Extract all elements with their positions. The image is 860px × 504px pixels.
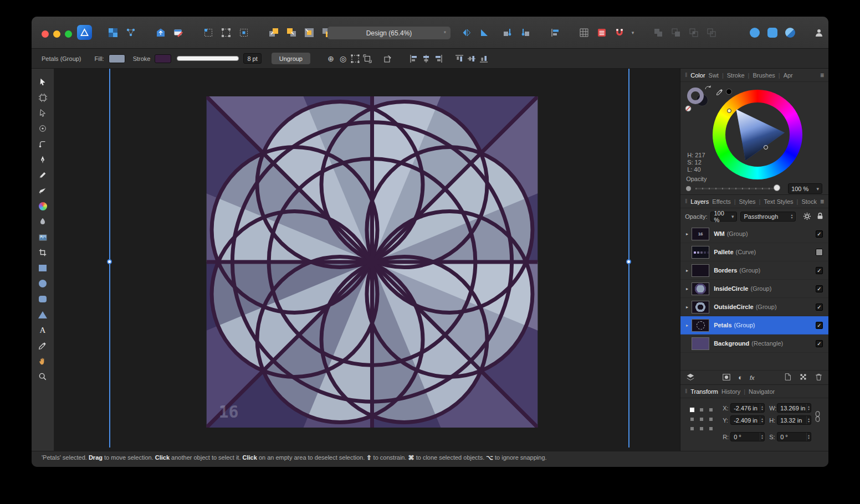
close-window-button[interactable] — [42, 30, 49, 38]
publish-icon[interactable] — [155, 27, 166, 38]
rounded-rectangle-tool[interactable] — [32, 291, 54, 307]
layer-visibility-checkbox[interactable]: ✓ — [816, 285, 823, 292]
layer-row-borders[interactable]: ▸ Borders (Group) ✓ — [680, 261, 828, 280]
tab-text-styles[interactable]: Text Styles — [764, 198, 793, 205]
vector-brush-tool[interactable] — [32, 183, 54, 198]
tab-appearance[interactable]: Apr — [784, 72, 793, 79]
studio-swatches-toggle-icon[interactable] — [767, 27, 778, 38]
opacity-slider[interactable] — [695, 188, 777, 189]
hue-marker[interactable] — [727, 109, 731, 113]
stroke-swatch[interactable] — [155, 54, 171, 63]
picked-color-swatch[interactable] — [726, 89, 732, 95]
artboard-tool[interactable] — [32, 90, 54, 105]
snapping-grid-icon[interactable] — [203, 27, 214, 38]
layer-row-petals-selected[interactable]: ▸ Petals (Group) ✓ — [680, 316, 828, 335]
fill-swatch[interactable] — [109, 54, 125, 63]
place-image-tool[interactable] — [32, 229, 54, 245]
layer-visibility-checkbox[interactable]: ✓ — [816, 304, 823, 311]
pixel-grid-icon[interactable] — [221, 27, 232, 38]
disclosure-icon[interactable]: ▸ — [684, 305, 690, 310]
move-tool[interactable] — [32, 74, 54, 90]
align-middle-icon[interactable] — [465, 53, 478, 65]
tab-swatches[interactable]: Swt — [709, 72, 719, 79]
flip-vertical-icon[interactable] — [479, 27, 490, 38]
document-tab[interactable]: Design (65.4%) * — [327, 27, 451, 39]
point-transform-tool[interactable] — [32, 121, 54, 136]
align-top-icon[interactable] — [453, 53, 465, 65]
color-picker-tool[interactable] — [32, 338, 54, 353]
selection-right-edge[interactable] — [628, 69, 629, 448]
layer-thumbnail[interactable] — [692, 301, 709, 313]
designer-persona-icon[interactable] — [77, 25, 92, 40]
link-dimensions-icon[interactable] — [815, 410, 821, 424]
layer-thumbnail[interactable] — [692, 319, 709, 332]
panel-menu-icon[interactable]: ≡ — [820, 71, 824, 79]
account-icon[interactable] — [813, 27, 825, 38]
ungroup-button[interactable]: Ungroup — [272, 53, 310, 64]
separate-transform-icon[interactable] — [361, 53, 373, 65]
w-input[interactable]: 13.269 in ▴▾ — [777, 403, 811, 413]
opacity-slider-thumb[interactable] — [774, 184, 780, 191]
node-tool[interactable] — [32, 105, 54, 121]
tab-color[interactable]: Color — [690, 72, 705, 79]
minimize-window-button[interactable] — [53, 30, 60, 38]
blend-options-gear-icon[interactable] — [803, 212, 811, 222]
move-backward-icon[interactable] — [520, 27, 531, 38]
blend-mode-dropdown[interactable]: Passthrough ▴▾ — [740, 212, 796, 222]
layer-visibility-checkbox[interactable]: ✓ — [816, 340, 823, 347]
pen-tool[interactable] — [32, 152, 54, 167]
pixel-persona-icon[interactable] — [108, 27, 119, 38]
selection-left-handle[interactable] — [107, 259, 112, 264]
stroke-color-well[interactable] — [687, 88, 704, 104]
tab-stock[interactable]: Stock — [801, 198, 817, 205]
opacity-value-dropdown[interactable]: 100 % ▾ — [788, 183, 822, 194]
layer-row-insidecircle[interactable]: ▸ InsideCircle (Group) ✓ — [680, 280, 828, 298]
layer-row-outsidecircle[interactable]: ▸ OutsideCircle (Group) ✓ — [680, 298, 828, 316]
disclosure-icon[interactable]: ▸ — [684, 286, 690, 291]
canvas-viewport[interactable]: 16 — [54, 69, 680, 451]
edit-document-icon[interactable] — [173, 27, 184, 38]
view-tool[interactable] — [32, 353, 54, 369]
shear-input[interactable]: 0 ° ▴▾ — [777, 432, 811, 441]
tab-layers[interactable]: Layers — [690, 198, 709, 205]
studio-color-toggle-icon[interactable] — [749, 27, 760, 38]
align-left-icon[interactable] — [408, 53, 420, 65]
panel-menu-icon[interactable]: ≡ — [820, 198, 824, 205]
alignment-icon[interactable] — [550, 27, 561, 38]
no-color-icon[interactable] — [685, 105, 692, 113]
stroke-width-slider[interactable] — [177, 56, 239, 61]
transparency-tool[interactable] — [32, 214, 54, 229]
stroke-width-value[interactable]: 8 pt — [243, 53, 261, 64]
align-right-icon[interactable] — [432, 53, 444, 65]
adjustment-layer-icon[interactable]: ◐ — [738, 373, 743, 382]
rotation-center-icon[interactable]: ⊕ — [325, 53, 337, 65]
shape-tool[interactable] — [32, 307, 54, 322]
layer-row-background[interactable]: Background (Rectangle) ✓ — [680, 335, 828, 353]
transform-origin-icon[interactable] — [381, 53, 393, 65]
export-persona-icon[interactable] — [125, 27, 136, 38]
layer-thumbnail[interactable] — [692, 337, 709, 350]
swap-colors-icon[interactable] — [705, 85, 711, 91]
mask-layer-icon[interactable] — [722, 373, 731, 383]
snapping-options-caret-icon[interactable]: ▾ — [627, 27, 638, 38]
layer-visibility-checkbox[interactable]: ✓ — [816, 322, 823, 329]
rectangle-tool[interactable] — [32, 260, 54, 276]
zoom-tool[interactable] — [32, 369, 54, 384]
color-picker-icon[interactable] — [716, 88, 724, 97]
tab-history[interactable]: History — [721, 388, 740, 395]
align-bottom-icon[interactable] — [478, 53, 490, 65]
layer-thumbnail[interactable] — [692, 246, 709, 259]
h-input[interactable]: 13.32 in ▴▾ — [777, 415, 811, 425]
tab-effects[interactable]: Effects — [712, 198, 730, 205]
layers-stack-icon[interactable] — [686, 373, 695, 383]
artistic-text-tool[interactable]: A — [32, 322, 54, 338]
y-input[interactable]: -2.409 in ▴▾ — [730, 415, 765, 425]
transform-mode-icon[interactable] — [349, 53, 361, 65]
disclosure-icon[interactable]: ▸ — [684, 268, 690, 273]
panel-drag-handle-icon[interactable]: ‖ — [685, 198, 687, 204]
delete-layer-trash-icon[interactable] — [815, 373, 823, 382]
selection-left-edge[interactable] — [109, 69, 110, 448]
layer-visibility-checkbox[interactable] — [816, 249, 823, 256]
corner-tool[interactable] — [32, 136, 54, 152]
x-input[interactable]: -2.476 in ▴▾ — [730, 403, 765, 413]
